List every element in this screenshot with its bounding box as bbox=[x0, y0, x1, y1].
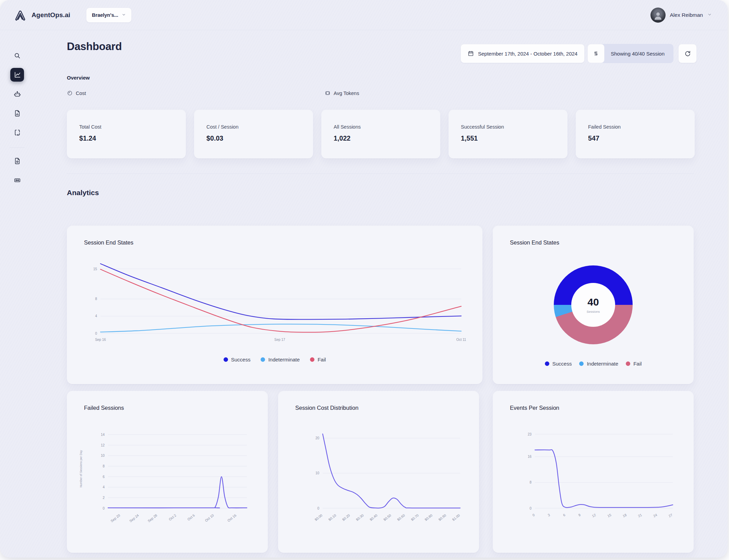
session-cost-distribution-plot: 01020$0.00$0.10$0.20$0.30$0.40$0.50$0.60… bbox=[284, 422, 471, 536]
session-end-states-line-card: Session End States 04815Sep 16Sep 17Oct … bbox=[67, 226, 482, 384]
svg-text:$0.40: $0.40 bbox=[369, 513, 378, 522]
stat-card-successful-session: Successful Session 1,551 bbox=[449, 110, 567, 158]
svg-text:14: 14 bbox=[101, 433, 105, 437]
svg-text:$0.20: $0.20 bbox=[342, 513, 351, 522]
sidebar-item-traces[interactable] bbox=[10, 126, 24, 139]
legend-label: Fail bbox=[633, 361, 642, 367]
svg-text:$0.30: $0.30 bbox=[355, 513, 364, 522]
stat-label: All Sessions bbox=[334, 124, 440, 130]
svg-text:$0.50: $0.50 bbox=[383, 513, 392, 522]
legend-item-success[interactable]: Success bbox=[545, 361, 572, 367]
session-cost-distribution-card: Session Cost Distribution 01020$0.00$0.1… bbox=[278, 391, 479, 553]
sidebar-item-docs[interactable] bbox=[10, 154, 24, 168]
session-end-states-donut-card: Session End States 40 Sessions SuccessIn… bbox=[493, 226, 694, 384]
svg-text:2: 2 bbox=[103, 496, 105, 500]
svg-text:8: 8 bbox=[95, 297, 97, 301]
svg-text:4: 4 bbox=[95, 314, 97, 318]
svg-text:12: 12 bbox=[101, 443, 105, 447]
svg-text:16: 16 bbox=[528, 455, 532, 458]
legend-label: Fail bbox=[318, 357, 326, 362]
legend-label: Success bbox=[231, 357, 251, 362]
cost-group-label: Cost bbox=[67, 90, 86, 96]
svg-text:Oct 6: Oct 6 bbox=[187, 513, 196, 522]
agentops-logo-icon bbox=[14, 9, 27, 22]
stat-label: Failed Session bbox=[588, 124, 695, 130]
svg-text:20: 20 bbox=[315, 436, 320, 440]
svg-text:18: 18 bbox=[622, 513, 627, 518]
date-range-label: September 17th, 2024 - October 16th, 202… bbox=[478, 51, 577, 57]
svg-text:0: 0 bbox=[532, 513, 535, 517]
refresh-icon bbox=[684, 50, 691, 57]
legend-item-indeterminate[interactable]: Indeterminate bbox=[261, 357, 300, 362]
stat-card-cost-per-session: Cost / Session $0.03 bbox=[194, 110, 313, 158]
events-per-session-plot: 0816230369121518212427 bbox=[499, 422, 686, 529]
chart-legend: SuccessIndeterminateFail bbox=[67, 357, 482, 362]
svg-text:Sep 28: Sep 28 bbox=[147, 513, 158, 523]
svg-text:8: 8 bbox=[103, 464, 105, 468]
sidebar-item-reports[interactable] bbox=[10, 106, 24, 120]
svg-text:23: 23 bbox=[528, 432, 532, 436]
stat-value: 547 bbox=[588, 134, 695, 142]
sidebar-item-analytics[interactable] bbox=[10, 68, 24, 82]
brand: AgentOps.ai bbox=[14, 9, 70, 22]
id-card-icon bbox=[14, 177, 21, 184]
svg-text:$0.10: $0.10 bbox=[328, 513, 337, 522]
filter-button[interactable] bbox=[587, 44, 605, 63]
svg-text:15: 15 bbox=[93, 267, 97, 271]
failed-sessions-plot: 02468101214Sep 20Sep 24Sep 28Oct 2Oct 6O… bbox=[73, 422, 260, 536]
svg-text:Oct 10: Oct 10 bbox=[204, 513, 215, 523]
svg-text:Number of Sessions per Day: Number of Sessions per Day bbox=[79, 450, 83, 487]
sidebar-item-api-keys[interactable] bbox=[10, 173, 24, 187]
stat-label: Total Cost bbox=[79, 124, 186, 130]
avg-tokens-group-label: Avg Tokens bbox=[325, 90, 359, 96]
svg-text:24: 24 bbox=[653, 513, 658, 518]
project-name: Braelyn's... bbox=[92, 12, 118, 18]
project-selector-button[interactable]: Braelyn's... bbox=[86, 8, 132, 23]
sidebar-item-agents[interactable] bbox=[10, 87, 24, 101]
svg-text:$1.00: $1.00 bbox=[452, 513, 461, 522]
topbar: AgentOps.ai Braelyn's... Alex Reibman bbox=[0, 0, 728, 30]
stat-value: $0.03 bbox=[206, 134, 313, 142]
svg-text:8: 8 bbox=[529, 480, 531, 484]
analytics-title: Analytics bbox=[67, 189, 99, 197]
svg-text:10: 10 bbox=[315, 471, 320, 475]
coin-icon bbox=[67, 90, 73, 96]
legend-dot bbox=[261, 357, 265, 362]
stat-label: Successful Session bbox=[461, 124, 567, 130]
sidebar-item-search[interactable] bbox=[10, 49, 24, 62]
chart-legend: SuccessIndeterminateFail bbox=[493, 361, 694, 367]
chart-title: Session Cost Distribution bbox=[295, 405, 358, 411]
legend-dot bbox=[310, 357, 314, 362]
avatar bbox=[650, 8, 666, 23]
donut-center: 40 Sessions bbox=[571, 283, 615, 327]
legend-item-fail[interactable]: Fail bbox=[626, 361, 642, 367]
donut-total-label: Sessions bbox=[587, 310, 600, 313]
file-chart-icon bbox=[14, 110, 21, 117]
svg-text:$0.70: $0.70 bbox=[410, 513, 419, 522]
overview-title: Overview bbox=[67, 75, 90, 81]
svg-text:$0.00: $0.00 bbox=[314, 513, 323, 522]
chevron-down-icon bbox=[707, 12, 712, 18]
stat-card-all-sessions: All Sessions 1,022 bbox=[321, 110, 440, 158]
stat-value: $1.24 bbox=[79, 134, 186, 142]
date-range-button[interactable]: September 17th, 2024 - October 16th, 202… bbox=[461, 44, 585, 63]
svg-text:Sep 17: Sep 17 bbox=[274, 338, 285, 342]
svg-text:6: 6 bbox=[562, 513, 566, 517]
svg-text:12: 12 bbox=[591, 513, 597, 518]
refresh-button[interactable] bbox=[678, 44, 697, 63]
svg-text:Oct 16: Oct 16 bbox=[227, 513, 237, 523]
stat-value: 1,551 bbox=[461, 134, 567, 142]
svg-text:27: 27 bbox=[668, 513, 673, 518]
legend-item-indeterminate[interactable]: Indeterminate bbox=[579, 361, 618, 367]
legend-dot bbox=[224, 357, 228, 362]
session-end-states-line-plot: 04815Sep 16Sep 17Oct 11 bbox=[81, 257, 468, 347]
chart-title: Session End States bbox=[510, 239, 559, 246]
legend-dot bbox=[545, 361, 549, 366]
legend-item-success[interactable]: Success bbox=[224, 357, 251, 362]
svg-text:$0.90: $0.90 bbox=[438, 513, 447, 522]
svg-text:3: 3 bbox=[547, 513, 551, 517]
svg-text:0: 0 bbox=[95, 332, 97, 335]
legend-item-fail[interactable]: Fail bbox=[310, 357, 326, 362]
user-menu[interactable]: Alex Reibman bbox=[650, 8, 712, 23]
stat-value: 1,022 bbox=[334, 134, 440, 142]
